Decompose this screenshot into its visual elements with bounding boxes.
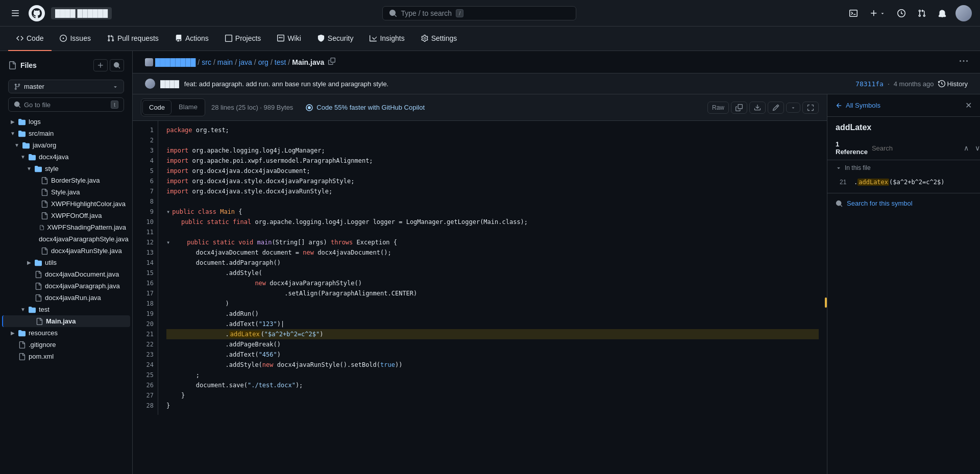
notifications-button[interactable] <box>935 7 949 19</box>
tree-item-logs[interactable]: ▶ logs <box>2 116 130 128</box>
branch-selector[interactable]: master <box>8 80 124 93</box>
breadcrumb-src[interactable]: src <box>202 58 211 66</box>
history-button[interactable]: History <box>938 80 968 88</box>
commit-hash[interactable]: 78311fa <box>855 80 884 88</box>
line-number: 2 <box>141 135 154 145</box>
tree-item-xwpfhighlight[interactable]: XWPFHighlightColor.java <box>2 198 130 210</box>
ref-next-button[interactable]: ∨ <box>973 143 980 153</box>
tree-item-gitignore[interactable]: .gitignore <box>2 339 130 351</box>
search-area: Type / to search / <box>116 6 842 20</box>
avatar[interactable] <box>955 5 972 21</box>
tree-item-runstyle[interactable]: docx4javaRunStyle.java <box>2 245 130 257</box>
commit-author[interactable]: ████ <box>160 80 179 88</box>
code-line-7: import org.docx4java.style.docx4javaRunS… <box>166 186 819 196</box>
fullscreen-button[interactable] <box>802 102 819 114</box>
tab-code-view[interactable]: Code <box>142 100 172 115</box>
tree-item-javaorg[interactable]: ▼ java/org <box>2 139 130 151</box>
tab-issues[interactable]: Issues <box>52 27 99 51</box>
line-number: 21 <box>141 329 154 339</box>
search-bar[interactable]: Type / to search / <box>382 6 576 20</box>
copy-raw-button[interactable] <box>731 102 747 114</box>
tree-item-paragraphstyle-label: docx4javaParagraphStyle.java <box>39 235 129 243</box>
tree-item-xwpfshading[interactable]: XWPFShadingPattern.java <box>2 221 130 233</box>
copy-icon <box>328 58 335 65</box>
breadcrumb-main[interactable]: main <box>217 58 233 66</box>
breadcrumb-test[interactable]: test <box>275 58 286 66</box>
code-header: Code Blame 28 lines (25 loc) · 989 Bytes… <box>133 94 827 121</box>
tab-insights[interactable]: Insights <box>361 27 412 51</box>
breadcrumb-org[interactable]: org <box>258 58 268 66</box>
in-this-file-label: In this file <box>845 164 871 171</box>
search-files-button[interactable] <box>110 59 124 71</box>
tree-item-run[interactable]: docx4javaRun.java <box>2 292 130 304</box>
commit-dot: · <box>888 80 890 88</box>
raw-button[interactable]: Raw <box>707 102 729 114</box>
copilot-text: Code 55% faster with GitHub Copilot <box>316 104 425 111</box>
ref-prev-button[interactable]: ∧ <box>962 143 971 153</box>
tab-security[interactable]: Security <box>309 27 362 51</box>
tree-item-pom[interactable]: pom.xml <box>2 351 130 362</box>
tree-item-main-java[interactable]: Main.java <box>2 315 130 327</box>
navbar-left: ████ ██████ <box>8 5 112 21</box>
add-file-button[interactable] <box>93 59 108 71</box>
download-button[interactable] <box>749 102 766 114</box>
tab-projects[interactable]: Projects <box>217 27 270 51</box>
folder-utils-icon <box>35 259 42 266</box>
breadcrumb-java[interactable]: java <box>239 58 252 66</box>
go-to-file[interactable]: Go to file t <box>8 97 124 112</box>
branch-icon <box>14 83 21 90</box>
symbol-reference-item[interactable]: 21 .addLatex($a^2+b^2=c^2$) <box>836 176 972 189</box>
line-number: 15 <box>141 268 154 278</box>
timer-button[interactable] <box>894 7 909 19</box>
breadcrumb-sep-1: / <box>198 58 200 66</box>
symbols-refs: 1 Reference ∧ ∨ <box>827 136 980 160</box>
tree-item-test[interactable]: ▼ test <box>2 304 130 315</box>
hamburger-button[interactable] <box>8 7 22 19</box>
tab-settings[interactable]: Settings <box>413 27 465 51</box>
tab-actions[interactable]: Actions <box>167 27 217 51</box>
ref-search-input[interactable] <box>872 144 958 152</box>
tree-item-style-java-label: Style.java <box>51 188 80 196</box>
tab-code[interactable]: Code <box>8 27 52 51</box>
tree-item-srcmain[interactable]: ▼ src/main <box>2 128 130 139</box>
tab-blame[interactable]: Blame <box>173 100 204 115</box>
search-for-symbol[interactable]: Search for this symbol <box>827 193 980 213</box>
tree-item-style[interactable]: ▼ style <box>2 163 130 174</box>
copilot-button[interactable]: Code 55% faster with GitHub Copilot <box>305 104 425 112</box>
terminal-button[interactable] <box>846 7 861 19</box>
close-symbols-button[interactable]: ✕ <box>965 101 972 110</box>
in-this-file-toggle[interactable]: In this file <box>836 164 871 171</box>
github-logo[interactable] <box>29 5 45 21</box>
new-button[interactable] <box>867 7 888 19</box>
more-options-button[interactable] <box>960 57 968 67</box>
tree-item-xwpfonoff[interactable]: XWPFOnOff.java <box>2 210 130 221</box>
edit-more-button[interactable] <box>786 103 800 113</box>
tree-item-utils[interactable]: ▶ utils <box>2 257 130 268</box>
tree-item-paragraph[interactable]: docx4javaParagraph.java <box>2 280 130 292</box>
ref-code: .addLatex($a^2+b^2=c^2$) <box>854 179 944 186</box>
breadcrumb-repo[interactable]: ████████ <box>155 58 195 66</box>
tree-item-document[interactable]: docx4javaDocument.java <box>2 268 130 280</box>
line-number: 7 <box>141 186 154 196</box>
tab-wiki[interactable]: Wiki <box>269 27 309 51</box>
all-symbols-back-button[interactable]: All Symbols <box>836 102 880 109</box>
sidebar: Files master Go to file t ▶ <box>0 51 133 474</box>
tab-pull-requests[interactable]: Pull requests <box>99 27 167 51</box>
copy-path-button[interactable] <box>328 58 335 66</box>
edit-button[interactable] <box>768 102 784 114</box>
code-line-19: .addRun() <box>166 309 819 319</box>
tree-item-paragraph-label: docx4javaParagraph.java <box>45 282 120 290</box>
tree-item-style-java[interactable]: Style.java <box>2 186 130 198</box>
tree-item-resources[interactable]: ▶ resources <box>2 327 130 339</box>
tree-item-utils-label: utils <box>45 259 57 266</box>
tree-item-paragraphstyle[interactable]: docx4javaParagraphStyle.java <box>2 233 130 245</box>
line-number: 16 <box>141 278 154 288</box>
svg-point-1 <box>308 106 311 109</box>
tree-item-docx4java[interactable]: ▼ docx4java <box>2 151 130 163</box>
code-panel[interactable]: Code Blame 28 lines (25 loc) · 989 Bytes… <box>133 94 827 474</box>
tree-item-borderstyle[interactable]: BorderStyle.java <box>2 174 130 186</box>
git-button[interactable] <box>915 7 929 19</box>
wiki-icon <box>277 35 284 42</box>
tree-item-logs-label: logs <box>29 118 41 126</box>
breadcrumb-current: Main.java <box>292 58 324 66</box>
